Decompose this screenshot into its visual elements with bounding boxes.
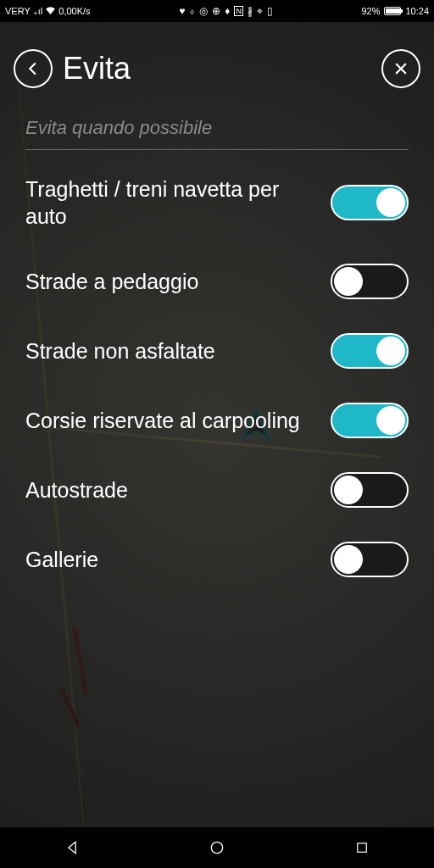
nav-recent-button[interactable] [328,827,396,868]
vibrate-icon: ▯ [267,5,273,17]
option-row: Strade a pedaggio [25,247,409,316]
page-title: Evita [63,51,371,86]
option-label: Gallerie [25,546,320,573]
signal-icon: ₊ıl [33,6,43,17]
triangle-back-icon [64,839,81,856]
option-toggle-ferries[interactable] [331,185,409,220]
toggle-knob [376,337,405,365]
toggle-knob [334,545,363,574]
clock-label: 10:24 [405,6,429,16]
status-icon: ⬨ [189,5,195,17]
option-row: Autostrade [25,455,409,525]
option-label: Strade a pedaggio [25,268,320,295]
option-label: Traghetti / treni navetta per auto [25,175,320,230]
option-label: Strade non asfaltate [25,337,320,364]
svg-rect-1 [357,843,366,853]
back-button[interactable] [14,49,53,88]
options-section: Evita quando possibile Traghetti / treni… [0,102,434,594]
toggle-knob [376,406,405,435]
square-recent-icon [354,840,370,855]
option-row: Gallerie [25,525,409,594]
close-icon [393,61,409,76]
battery-pct-label: 92% [361,6,380,16]
circle-home-icon [209,839,225,856]
svg-point-0 [211,842,222,853]
nav-back-button[interactable] [38,827,106,868]
status-bar: VERY ₊ıl 0,00K/s ♥ ⬨ ◎ ⊕ ♦ N ∦ ⌖ ▯ 92% 1… [0,0,434,22]
wifi-icon [45,6,56,16]
location-icon: ⌖ [257,5,263,17]
close-button[interactable] [381,49,420,88]
option-toggle-unpaved[interactable] [331,333,409,369]
option-toggle-carpool[interactable] [331,403,409,438]
option-row: Strade non asfaltate [25,316,409,386]
android-nav-bar [0,827,434,868]
carrier-label: VERY [5,6,31,16]
toggle-knob [334,267,363,296]
option-row: Traghetti / treni navetta per auto [25,159,409,247]
bluetooth-icon: ∦ [248,5,253,17]
option-label: Corsie riservate al carpooling [25,407,320,434]
status-icon: ⊕ [212,5,220,17]
toggle-knob [376,188,405,217]
battery-icon [384,7,401,15]
chevron-left-icon [25,61,41,76]
status-icon: ◎ [199,5,208,17]
settings-panel: Evita Evita quando possibile Traghetti /… [0,22,434,827]
option-row: Corsie riservate al carpooling [25,386,409,455]
status-icon: ♥ [179,5,185,17]
toggle-knob [334,476,363,504]
nfc-icon: N [234,6,243,16]
option-toggle-tollroads[interactable] [331,264,409,299]
nav-home-button[interactable] [183,827,251,868]
data-rate-label: 0,00K/s [58,6,90,16]
option-toggle-tunnels[interactable] [331,542,409,577]
option-label: Autostrade [25,476,320,504]
status-icon: ♦ [225,5,230,17]
section-heading: Evita quando possibile [25,102,409,150]
header: Evita [0,22,434,102]
option-toggle-motorways[interactable] [331,472,409,508]
